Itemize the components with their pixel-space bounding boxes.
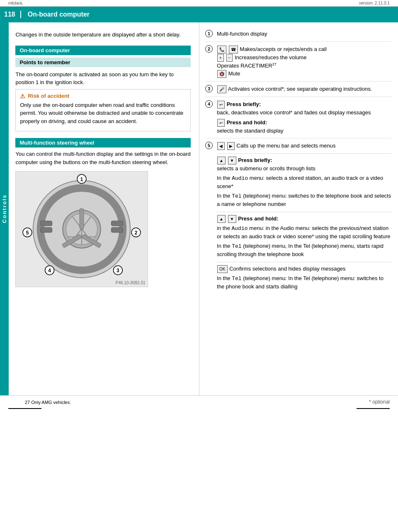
header-bar: 118 On-board computer [0,7,398,22]
warning-box: ⚠ Risk of accident Only use the on-board… [15,89,191,132]
row4-press-hold: ↩ Press and hold: [217,118,391,127]
row5-ok-line1: OK Confirms selections and hides display… [217,265,391,273]
footnote-27: 27 Only AMG vehicles. [25,400,71,405]
circle-4: 4 [205,100,213,108]
section1-subheading: Points to remember [15,58,191,67]
row4-press-briefly-text: back, deactivates voice control* and fad… [217,109,391,117]
section1-heading: On-board computer [15,46,191,55]
row2-line1: 📞 ☎ Makes/accepts or rejects/ends a call [217,45,391,53]
up-icon: ▲ [217,157,226,164]
sup-27: 27 [272,62,277,66]
row5-nav: ◀ ▶ Calls up the menu bar and selects me… [217,142,391,150]
sidebar-label-text: Controls [1,194,7,223]
phone-icon: 📞 [217,46,226,53]
points-text: The on-board computer is activated as so… [15,70,191,87]
content-wrapper: Controls Changes in the outside temperat… [0,22,398,395]
mute-icon: 🔇 [217,70,226,78]
bottom-line-left [8,408,41,409]
row5-ph-tel: In the Tel (telephone) menu, In the Tel … [217,242,391,259]
section2-text: You can control the multi-function displ… [15,150,191,166]
section2-heading: Multi-function steering wheel [15,138,191,148]
row5-audio-text: In the Audio menu: selects a stored stat… [217,174,391,191]
warning-icon: ⚠ [20,93,25,99]
row5-press-briefly-section: ▲ ▼ Press briefly: selects a submenu or … [217,153,391,208]
row4-content: ↩ Press briefly: back, deactivates voice… [217,100,391,135]
circle-1: 1 [205,30,213,37]
row5-ph-audio: in the Audio menu: in the Audio menu: se… [217,224,391,241]
meta-right: version: 2.11.0.1 [359,1,390,5]
up2-icon: ▲ [217,215,226,223]
row4-press-hold-text: selects the standard display [217,127,391,135]
audio-label: Audio [232,175,248,181]
intro-text: Changes in the outside temperature are d… [15,31,191,39]
hold-back-icon: ↩ [217,119,225,127]
optional-text: * optional [369,399,390,405]
right-column: 1 Multi-function display 2 📞 ☎ Makes/acc… [199,22,398,395]
row2-content: 📞 ☎ Makes/accepts or rejects/ends a call… [217,45,391,78]
row5-ph-title: ▲ ▼ Press and hold: [217,215,391,223]
right-row-5: 5 ◀ ▶ Calls up the menu bar and selects … [205,138,391,294]
tel-label: Tel [232,193,241,199]
meta-left: mkdara, [8,1,23,5]
right-row-2: 2 📞 ☎ Makes/accepts or rejects/ends a ca… [205,42,391,82]
tel-label3: Tel [232,276,241,282]
svg-text:4: 4 [49,268,51,273]
down2-icon: ▼ [228,215,236,223]
down-icon: ▼ [228,157,236,164]
svg-rect-21 [41,221,52,226]
row1-content: Multi-function display [217,30,391,38]
left-arrow-icon: ◀ [217,142,225,150]
svg-text:2: 2 [135,230,138,236]
circle-3: 3 [205,85,213,92]
left-column: Changes in the outside temperature are d… [9,22,199,395]
circle-5: 5 [205,142,213,149]
row4-press-briefly: ↩ Press briefly: [217,100,391,109]
row2-line4: 🔇 Mute [217,70,391,78]
right-row-3: 3 🎤 Activates voice control*; see separa… [205,82,391,97]
voice-icon: 🎤 [217,85,226,93]
row2-line2: + − Increases/reduces the volume [217,53,391,62]
plus-icon: + [217,54,224,62]
warning-text: Only use the on-board computer when road… [20,101,186,126]
steering-wheel-image: 1 2 3 4 5 P46.10-3082-31 [15,171,148,287]
minus-icon: − [226,54,233,62]
row5-ok-line2: In the Tel (telephone) menu: In the Tel … [217,274,391,291]
svg-text:5: 5 [26,230,29,236]
header-title: On-board computer [28,11,90,18]
warning-title: ⚠ Risk of accident [20,93,186,99]
svg-text:1: 1 [80,177,83,182]
right-row-4: 4 ↩ Press briefly: back, deactivates voi… [205,97,391,138]
svg-rect-8 [80,208,84,229]
steering-wheel-svg: 1 2 3 4 5 [16,172,148,287]
row2-line3: Operates RACETIMER27 [217,62,391,70]
right-arrow-icon: ▶ [227,142,235,150]
back-icon: ↩ [217,101,225,109]
svg-text:3: 3 [117,268,120,273]
svg-rect-24 [112,227,123,232]
image-label: P46.10-3082-31 [116,281,146,285]
right-row-1: 1 Multi-function display [205,27,391,42]
row3-content: 🎤 Activates voice control*; see separate… [217,85,391,93]
bottom-line-right [357,408,390,409]
footnote-section: 27 Only AMG vehicles. * optional [0,395,398,406]
row5-ok-section: OK Confirms selections and hides display… [217,262,391,291]
row5-content: ◀ ▶ Calls up the menu bar and selects me… [217,142,391,291]
row5-pb-title: ▲ ▼ Press briefly: [217,156,391,164]
bottom-borders [0,406,398,411]
row5-press-hold-section: ▲ ▼ Press and hold: in the Audio menu: i… [217,212,391,259]
ok-icon: OK [217,265,227,273]
page-number: 118 [4,11,21,18]
svg-rect-22 [41,227,52,232]
audio-label2: Audio [231,225,248,232]
row5-tel-text: In the Tel (telephone) menu: switches to… [217,192,391,208]
svg-rect-23 [112,221,123,226]
circle-2: 2 [205,45,213,53]
sidebar-label: Controls [0,22,9,395]
phone-accept-icon: ☎ [229,46,238,53]
row5-pb-text: selects a submenu or scrolls through lis… [217,164,391,173]
tel-label2: Tel [232,243,241,249]
meta-line: mkdara, version: 2.11.0.1 [0,0,398,7]
